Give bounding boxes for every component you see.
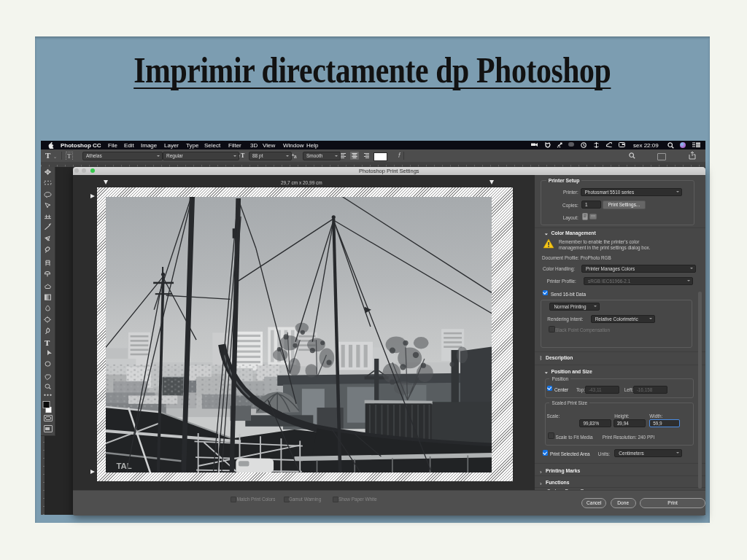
svg-text:TAL: TAL: [116, 462, 131, 470]
svg-text:T: T: [44, 339, 50, 346]
